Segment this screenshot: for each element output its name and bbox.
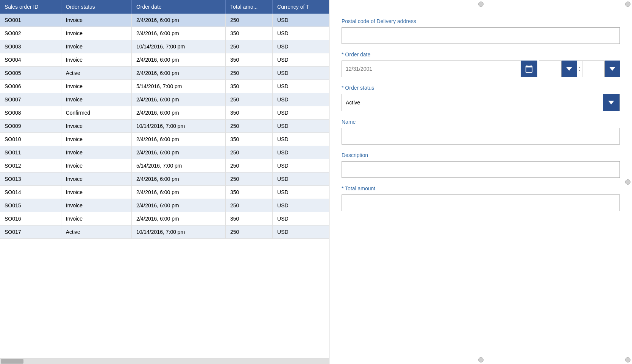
table-cell-currency: USD <box>273 40 329 53</box>
minute-chevron-button[interactable] <box>605 61 620 77</box>
table-cell-currency: USD <box>273 159 329 173</box>
table-row[interactable]: SO016Invoice2/4/2016, 6:00 pm350USD <box>0 212 329 226</box>
table-row[interactable]: SO003Invoice10/14/2016, 7:00 pm250USD <box>0 40 329 53</box>
table-cell-id: SO014 <box>0 186 61 199</box>
table-cell-id: SO002 <box>0 27 61 40</box>
order-status-section: Order status ActiveInvoiceConfirmed <box>342 85 620 111</box>
scrollbar-thumb-horizontal[interactable] <box>1 359 23 364</box>
table-cell-status: Confirmed <box>61 106 131 120</box>
resize-handle-top-right[interactable] <box>625 2 630 7</box>
table-cell-date: 2/4/2016, 6:00 pm <box>131 93 225 106</box>
table-cell-status: Invoice <box>61 40 131 53</box>
name-section: Name <box>342 119 620 145</box>
table-cell-currency: USD <box>273 106 329 120</box>
table-cell-amount: 250 <box>226 93 273 106</box>
table-panel: Sales order ID Order status Order date T… <box>0 0 329 364</box>
resize-handle-middle-right[interactable] <box>625 179 630 185</box>
table-cell-amount: 350 <box>226 27 273 40</box>
col-header-date: Order date <box>131 0 225 14</box>
table-cell-amount: 250 <box>226 40 273 53</box>
date-time-row: 00 : 00 <box>342 61 620 77</box>
table-cell-date: 2/4/2016, 6:00 pm <box>131 186 225 199</box>
table-cell-date: 2/4/2016, 6:00 pm <box>131 199 225 212</box>
table-cell-status: Invoice <box>61 27 131 40</box>
table-cell-currency: USD <box>273 14 329 27</box>
table-cell-status: Invoice <box>61 53 131 67</box>
total-amount-label: Total amount <box>342 185 620 191</box>
order-date-section: Order date 00 <box>342 51 620 77</box>
name-label: Name <box>342 119 620 125</box>
minute-input[interactable]: 00 <box>582 61 605 77</box>
table-cell-currency: USD <box>273 186 329 199</box>
sales-order-table: Sales order ID Order status Order date T… <box>0 0 329 239</box>
table-row[interactable]: SO009Invoice10/14/2016, 7:00 pm250USD <box>0 120 329 133</box>
hour-chevron-button[interactable] <box>562 61 577 77</box>
table-cell-status: Invoice <box>61 186 131 199</box>
table-wrapper[interactable]: Sales order ID Order status Order date T… <box>0 0 329 358</box>
table-cell-currency: USD <box>273 146 329 159</box>
description-label: Description <box>342 152 620 158</box>
main-container: Sales order ID Order status Order date T… <box>0 0 632 364</box>
table-row[interactable]: SO014Invoice2/4/2016, 6:00 pm350USD <box>0 186 329 199</box>
table-row[interactable]: SO017Active10/14/2016, 7:00 pm250USD <box>0 226 329 239</box>
table-cell-status: Invoice <box>61 80 131 93</box>
resize-handle-top-center[interactable] <box>478 2 484 7</box>
table-cell-currency: USD <box>273 67 329 80</box>
order-date-input[interactable] <box>342 61 537 77</box>
hour-input[interactable]: 00 <box>539 61 562 77</box>
table-cell-id: SO003 <box>0 40 61 53</box>
table-cell-date: 2/4/2016, 6:00 pm <box>131 53 225 67</box>
table-cell-amount: 350 <box>226 80 273 93</box>
postal-code-input[interactable] <box>342 27 620 44</box>
table-row[interactable]: SO001Invoice2/4/2016, 6:00 pm250USD <box>0 14 329 27</box>
resize-handle-bottom-center[interactable] <box>478 357 484 362</box>
table-cell-amount: 350 <box>226 186 273 199</box>
table-cell-amount: 250 <box>226 67 273 80</box>
table-row[interactable]: SO013Invoice2/4/2016, 6:00 pm250USD <box>0 173 329 186</box>
table-row[interactable]: SO008Confirmed2/4/2016, 6:00 pm350USD <box>0 106 329 120</box>
table-cell-id: SO009 <box>0 120 61 133</box>
col-header-currency: Currency of T <box>273 0 329 14</box>
order-status-select[interactable]: ActiveInvoiceConfirmed <box>342 94 603 111</box>
table-cell-status: Invoice <box>61 93 131 106</box>
table-row[interactable]: SO002Invoice2/4/2016, 6:00 pm350USD <box>0 27 329 40</box>
table-cell-currency: USD <box>273 120 329 133</box>
table-cell-id: SO001 <box>0 14 61 27</box>
order-status-chevron-button[interactable] <box>603 94 620 111</box>
total-amount-input[interactable] <box>342 194 620 211</box>
col-header-id: Sales order ID <box>0 0 61 14</box>
table-row[interactable]: SO005Active2/4/2016, 6:00 pm250USD <box>0 67 329 80</box>
table-cell-date: 2/4/2016, 6:00 pm <box>131 133 225 146</box>
table-cell-amount: 250 <box>226 173 273 186</box>
order-status-label: Order status <box>342 85 620 91</box>
table-cell-date: 2/4/2016, 6:00 pm <box>131 146 225 159</box>
table-cell-date: 10/14/2016, 7:00 pm <box>131 40 225 53</box>
table-cell-date: 2/4/2016, 6:00 pm <box>131 212 225 226</box>
date-input-wrap <box>342 61 537 77</box>
table-row[interactable]: SO004Invoice2/4/2016, 6:00 pm350USD <box>0 53 329 67</box>
postal-code-label: Postal code of Delivery address <box>342 18 620 24</box>
table-cell-amount: 250 <box>226 146 273 159</box>
table-cell-date: 5/14/2016, 7:00 pm <box>131 80 225 93</box>
table-cell-date: 2/4/2016, 6:00 pm <box>131 27 225 40</box>
table-row[interactable]: SO010Invoice2/4/2016, 6:00 pm350USD <box>0 133 329 146</box>
col-header-status: Order status <box>61 0 131 14</box>
table-cell-id: SO008 <box>0 106 61 120</box>
table-row[interactable]: SO007Invoice2/4/2016, 6:00 pm250USD <box>0 93 329 106</box>
chevron-down-icon-status <box>608 101 614 104</box>
resize-handle-bottom-right[interactable] <box>625 357 630 362</box>
table-row[interactable]: SO012Invoice5/14/2016, 7:00 pm250USD <box>0 159 329 173</box>
table-cell-status: Invoice <box>61 146 131 159</box>
name-input[interactable] <box>342 128 620 145</box>
table-row[interactable]: SO011Invoice2/4/2016, 6:00 pm250USD <box>0 146 329 159</box>
table-cell-id: SO017 <box>0 226 61 239</box>
minute-select-wrap: 00 <box>582 61 620 77</box>
calendar-button[interactable] <box>521 61 537 77</box>
time-block: 00 : 00 <box>539 61 620 77</box>
table-row[interactable]: SO015Invoice2/4/2016, 6:00 pm250USD <box>0 199 329 212</box>
horizontal-scrollbar[interactable] <box>0 358 329 364</box>
table-cell-currency: USD <box>273 199 329 212</box>
table-row[interactable]: SO006Invoice5/14/2016, 7:00 pm350USD <box>0 80 329 93</box>
chevron-down-icon-minute <box>609 67 615 71</box>
description-input[interactable] <box>342 161 620 178</box>
